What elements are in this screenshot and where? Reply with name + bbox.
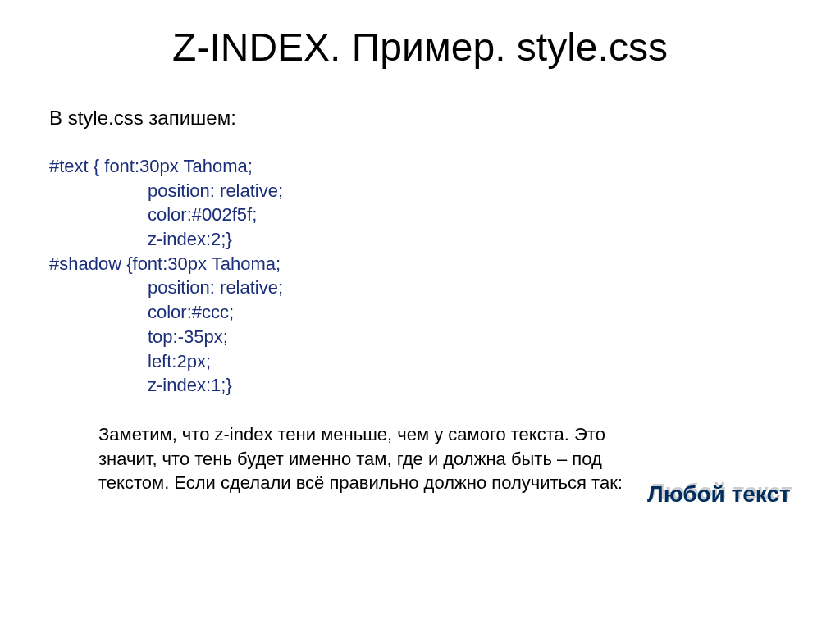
demo-output: Любой текст Любой текст	[647, 481, 811, 518]
code-line: left:2px;	[49, 349, 640, 374]
code-line: position: relative;	[49, 276, 640, 300]
slide-title: Z-INDEX. Пример. style.css	[49, 25, 791, 70]
code-line: top:-35px;	[49, 325, 640, 349]
code-selector-shadow: #shadow {font:30px Tahoma;	[49, 253, 281, 274]
intro-text: В style.css запишем:	[49, 107, 640, 130]
code-line: z-index:1;}	[49, 373, 640, 398]
code-selector-text: #text { font:30px Tahoma;	[49, 156, 253, 176]
slide-content: В style.css запишем: #text { font:30px T…	[49, 107, 640, 495]
slide: Z-INDEX. Пример. style.css В style.css з…	[0, 0, 840, 629]
demo-text-layer: Любой текст	[647, 481, 811, 508]
code-line: color:#002f5f;	[49, 203, 640, 227]
explanation-paragraph: Заметим, что z-index тени меньше, чем у …	[49, 422, 623, 495]
code-line: position: relative;	[49, 179, 640, 203]
code-line: z-index:2;}	[49, 227, 640, 252]
css-code-block: #text { font:30px Tahoma; position: rela…	[49, 154, 640, 398]
code-line: color:#ccc;	[49, 300, 640, 325]
